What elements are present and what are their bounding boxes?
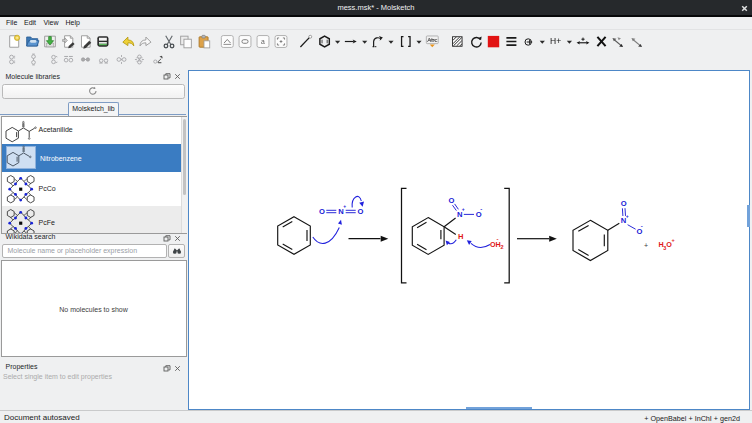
svg-text:+: +	[626, 213, 629, 219]
svg-text:-: -	[480, 206, 482, 212]
svg-text:H: H	[458, 232, 463, 241]
svg-text:2: 2	[500, 244, 503, 250]
svg-text:+: +	[671, 237, 674, 243]
svg-text:O: O	[449, 196, 455, 205]
svg-text:O: O	[319, 207, 325, 216]
svg-text:+: +	[343, 203, 346, 209]
svg-text:+: +	[644, 242, 648, 249]
svg-text:O: O	[358, 207, 364, 216]
svg-text:H+: H+	[550, 36, 561, 46]
svg-text:-: -	[641, 223, 643, 229]
svg-text:a: a	[261, 38, 265, 45]
svg-text:-: -	[497, 236, 499, 242]
svg-text:O: O	[621, 199, 627, 208]
svg-text:+: +	[462, 206, 465, 212]
